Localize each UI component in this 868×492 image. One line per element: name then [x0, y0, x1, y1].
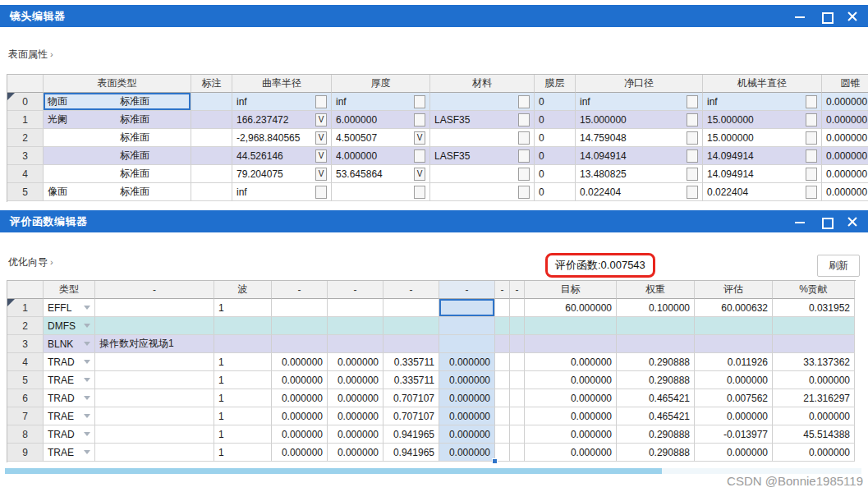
lens-cell-clear-semidia[interactable]: inf	[576, 93, 703, 111]
merit-cell-param1[interactable]	[272, 335, 328, 353]
merit-cell-param4[interactable]: 0.000000	[439, 407, 495, 425]
merit-cell-param1[interactable]: 0.000000	[272, 389, 328, 407]
merit-column-header-0[interactable]	[7, 281, 44, 299]
merit-cell-wave[interactable]: 1	[214, 371, 272, 389]
row-header[interactable]: 6	[7, 389, 44, 407]
merit-cell-contrib[interactable]: 33.137362	[773, 353, 855, 371]
merit-cell-contrib[interactable]: 0.000000	[773, 371, 855, 389]
merit-cell-param3[interactable]: 0.941965	[383, 444, 439, 462]
merit-cell-target[interactable]: 0.000000	[525, 389, 617, 407]
lens-cell-radius[interactable]: 166.237472V	[232, 111, 332, 129]
merit-cell-wave[interactable]: 1	[214, 389, 272, 407]
lens-cell-conic[interactable]: 0.000000	[822, 165, 868, 183]
merit-cell-comment[interactable]: 操作数对应视场1	[95, 335, 214, 353]
merit-cell-type[interactable]: BLNK	[44, 335, 95, 353]
lens-cell-thickness[interactable]: 53.645864V	[332, 165, 430, 183]
lens-cell-mech-semidia[interactable]: 15.000000	[703, 111, 822, 129]
solve-status-button[interactable]	[806, 168, 817, 181]
lens-cell-clear-semidia[interactable]: 13.480825	[576, 165, 703, 183]
lens-cell-mech-semidia[interactable]: 0.022404	[703, 183, 822, 201]
lens-cell-coating[interactable]: 0	[535, 111, 576, 129]
merit-cell-extra2[interactable]	[510, 299, 525, 317]
merit-cell-target[interactable]	[525, 335, 617, 353]
merit-cell-extra2[interactable]	[510, 353, 525, 371]
lens-cell-coating[interactable]: 0	[535, 147, 576, 165]
merit-cell-param2[interactable]	[328, 335, 383, 353]
merit-cell-value[interactable]: -0.013977	[695, 425, 773, 444]
merit-cell-weight[interactable]	[617, 317, 695, 335]
merit-cell-param3[interactable]: 0.707107	[383, 407, 439, 425]
merit-cell-extra2[interactable]	[510, 317, 525, 335]
merit-column-header-8[interactable]: -	[495, 281, 510, 299]
solve-status-button[interactable]	[414, 186, 425, 199]
merit-cell-value[interactable]: 0.000000	[695, 444, 773, 462]
merit-cell-extra1[interactable]	[495, 317, 510, 335]
merit-cell-param4[interactable]: 0.000000	[439, 389, 495, 407]
lens-cell-conic[interactable]: 0.000000	[822, 129, 868, 147]
surface-properties-expander[interactable]: 表面属性›	[8, 48, 53, 62]
solve-status-button[interactable]	[414, 149, 425, 163]
merit-cell-param1[interactable]: 0.000000	[272, 371, 328, 389]
merit-cell-extra2[interactable]	[510, 407, 525, 425]
lens-cell-comment[interactable]	[191, 93, 232, 111]
lens-column-header-0[interactable]	[7, 75, 44, 93]
solve-status-button[interactable]	[687, 113, 698, 126]
merit-column-header-3[interactable]: 波	[214, 281, 272, 299]
lens-cell-radius[interactable]: inf	[232, 183, 332, 201]
merit-column-header-1[interactable]: 类型	[44, 281, 95, 299]
lens-cell-mech-semidia[interactable]: 14.094914	[703, 147, 822, 165]
close-icon[interactable]	[847, 216, 858, 228]
merit-cell-comment[interactable]	[95, 353, 214, 371]
merit-cell-param1[interactable]: 0.000000	[272, 425, 328, 444]
merit-cell-param3[interactable]: 0.335711	[383, 353, 439, 371]
lens-column-header-5[interactable]: 材料	[430, 75, 535, 93]
lens-cell-comment[interactable]	[191, 165, 232, 183]
solve-status-button[interactable]	[687, 131, 698, 145]
merit-cell-value[interactable]: 0.000000	[695, 371, 773, 389]
row-header[interactable]: 5	[7, 183, 44, 201]
merit-cell-weight[interactable]: 0.290888	[617, 353, 695, 371]
merit-cell-wave[interactable]: 1	[214, 299, 272, 317]
lens-cell-comment[interactable]	[191, 111, 232, 129]
merit-cell-target[interactable]: 0.000000	[525, 425, 617, 444]
solve-status-button[interactable]	[315, 95, 327, 108]
merit-cell-comment[interactable]	[95, 299, 214, 317]
merit-column-header-5[interactable]: -	[328, 281, 383, 299]
lens-cell-clear-semidia[interactable]: 14.759048	[576, 129, 703, 147]
maximize-icon[interactable]	[820, 11, 832, 22]
merit-cell-comment[interactable]	[95, 425, 214, 444]
lens-cell-material[interactable]	[430, 165, 535, 183]
lens-editor-titlebar[interactable]: 镜头编辑器	[0, 5, 868, 27]
lens-cell-mech-semidia[interactable]: inf	[703, 93, 822, 111]
row-header[interactable]: 3	[7, 147, 44, 165]
merit-cell-weight[interactable]: 0.290888	[617, 425, 695, 444]
lens-column-header-3[interactable]: 曲率半径	[232, 75, 332, 93]
merit-cell-extra2[interactable]	[510, 389, 525, 407]
selection-fill-handle[interactable]	[492, 458, 498, 464]
solve-status-button[interactable]	[687, 168, 698, 181]
merit-column-header-11[interactable]: 权重	[617, 281, 695, 299]
merit-cell-weight[interactable]: 0.465421	[617, 407, 695, 425]
merit-cell-comment[interactable]	[95, 407, 214, 425]
merit-cell-contrib[interactable]: 21.316297	[773, 389, 855, 407]
lens-cell-surface-type[interactable]: 标准面	[44, 147, 191, 165]
solve-status-button[interactable]	[687, 149, 698, 163]
merit-cell-target[interactable]: 0.000000	[525, 353, 617, 371]
lens-cell-clear-semidia[interactable]: 0.022404	[576, 183, 703, 201]
lens-cell-conic[interactable]: 0.000000	[822, 147, 868, 165]
merit-cell-param2[interactable]: 0.000000	[328, 407, 383, 425]
merit-cell-value[interactable]: 0.007562	[695, 389, 773, 407]
row-header[interactable]: 3	[7, 335, 44, 353]
lens-cell-thickness[interactable]: inf	[332, 93, 430, 111]
merit-column-header-9[interactable]: -	[510, 281, 525, 299]
solve-status-button[interactable]	[687, 186, 698, 199]
lens-cell-clear-semidia[interactable]: 14.094914	[576, 147, 703, 165]
merit-column-header-13[interactable]: %贡献	[773, 281, 855, 299]
merit-cell-contrib[interactable]	[773, 317, 855, 335]
minimize-icon[interactable]	[794, 216, 806, 228]
merit-cell-comment[interactable]	[95, 317, 214, 335]
horizontal-scrollbar-track[interactable]	[5, 468, 861, 474]
merit-cell-value[interactable]	[695, 317, 773, 335]
solve-status-button[interactable]	[806, 149, 817, 163]
lens-cell-radius[interactable]: inf	[232, 93, 332, 111]
